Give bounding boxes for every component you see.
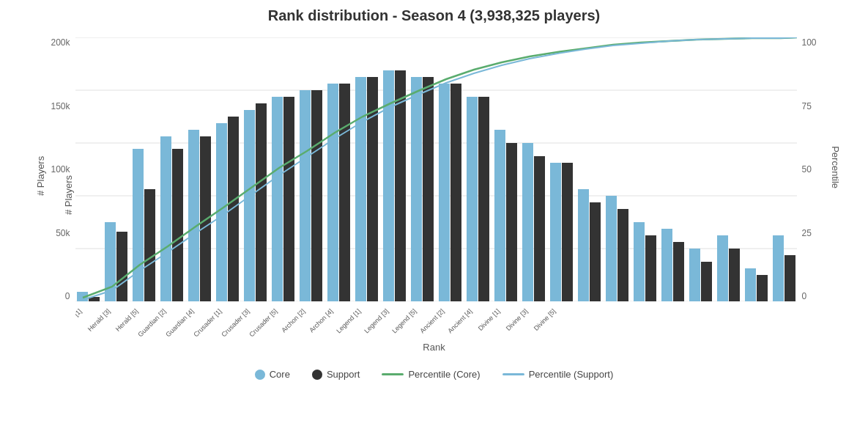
svg-rect-12 xyxy=(160,136,171,301)
svg-rect-54 xyxy=(745,268,756,301)
svg-text:Ancient [4]: Ancient [4] xyxy=(446,307,473,334)
svg-text:Crusader [5]: Crusader [5] xyxy=(248,307,278,338)
svg-rect-19 xyxy=(256,103,267,301)
chart-area: Herald [1] Herald [3] Herald [5] Guardia… xyxy=(75,37,797,301)
percentile-support-line-icon xyxy=(502,373,524,375)
svg-rect-39 xyxy=(534,156,545,301)
svg-text:Guardian [4]: Guardian [4] xyxy=(164,307,195,338)
svg-text:Archon [2]: Archon [2] xyxy=(280,307,306,334)
svg-rect-50 xyxy=(689,249,700,301)
y-right-50: 50 xyxy=(802,164,812,175)
y-right-100: 100 xyxy=(802,37,817,48)
svg-rect-56 xyxy=(773,235,784,301)
svg-rect-47 xyxy=(645,235,656,301)
svg-rect-33 xyxy=(450,84,461,301)
svg-text:Crusader [3]: Crusader [3] xyxy=(220,307,251,338)
svg-rect-10 xyxy=(133,149,144,301)
svg-rect-34 xyxy=(467,97,478,301)
svg-rect-17 xyxy=(228,117,239,301)
svg-text:Ancient [2]: Ancient [2] xyxy=(418,307,445,334)
legend-percentile-support: Percentile (Support) xyxy=(502,369,614,380)
svg-rect-45 xyxy=(617,209,628,301)
svg-rect-23 xyxy=(311,90,322,301)
svg-text:Legend [1]: Legend [1] xyxy=(335,307,362,334)
legend-percentile-core: Percentile (Core) xyxy=(382,369,480,380)
svg-rect-48 xyxy=(661,229,672,301)
chart-title: Rank distribution - Season 4 (3,938,325 … xyxy=(268,7,601,24)
svg-text:Divine [1]: Divine [1] xyxy=(476,307,501,332)
svg-rect-42 xyxy=(578,189,589,301)
svg-rect-31 xyxy=(423,77,434,301)
svg-text:Herald [5]: Herald [5] xyxy=(114,307,139,333)
percentile-support-label: Percentile (Support) xyxy=(529,369,614,380)
svg-rect-11 xyxy=(144,189,155,301)
svg-text:Herald [1]: Herald [1] xyxy=(75,307,83,333)
legend: Core Support Percentile (Core) Percentil… xyxy=(255,369,614,380)
svg-rect-32 xyxy=(439,84,450,301)
svg-rect-41 xyxy=(562,163,573,301)
core-label: Core xyxy=(270,369,290,380)
percentile-core-label: Percentile (Core) xyxy=(408,369,480,380)
svg-rect-21 xyxy=(283,97,294,301)
svg-rect-51 xyxy=(701,262,712,301)
y-axis-right-title: Percentile xyxy=(830,146,841,188)
svg-rect-37 xyxy=(506,143,517,301)
svg-rect-35 xyxy=(478,97,489,301)
svg-rect-38 xyxy=(522,143,533,301)
chart-container: 200k 150k 100k 50k 0 100 75 50 25 0 xyxy=(31,30,837,360)
svg-rect-36 xyxy=(494,130,505,301)
svg-rect-24 xyxy=(327,84,338,301)
svg-rect-55 xyxy=(757,275,768,301)
svg-text:Legend [5]: Legend [5] xyxy=(390,307,418,334)
svg-rect-14 xyxy=(188,130,199,301)
svg-text:Crusader [1]: Crusader [1] xyxy=(192,307,223,338)
svg-rect-40 xyxy=(550,163,561,301)
svg-rect-30 xyxy=(411,77,422,301)
legend-support: Support xyxy=(312,369,360,380)
svg-rect-43 xyxy=(590,202,601,301)
svg-rect-22 xyxy=(300,90,311,301)
core-circle-icon xyxy=(255,370,265,380)
svg-text:Divine [3]: Divine [3] xyxy=(504,307,529,332)
y-label-0: 0 xyxy=(65,291,70,301)
svg-rect-13 xyxy=(172,149,183,301)
y-label-200k: 200k xyxy=(51,37,70,48)
y-axis-left-title: # Players xyxy=(62,158,73,232)
y-right-0: 0 xyxy=(802,291,807,301)
support-label: Support xyxy=(327,369,360,380)
svg-text:Divine [5]: Divine [5] xyxy=(532,307,557,332)
support-circle-icon xyxy=(312,370,322,380)
svg-rect-18 xyxy=(244,110,255,301)
svg-text:Legend [3]: Legend [3] xyxy=(363,307,390,334)
svg-rect-25 xyxy=(339,84,350,301)
y-axis-left-title2: # Players xyxy=(34,156,45,196)
y-right-75: 75 xyxy=(802,101,812,111)
svg-rect-20 xyxy=(272,97,283,301)
svg-text:Guardian [2]: Guardian [2] xyxy=(136,307,167,338)
chart-svg xyxy=(75,37,797,301)
svg-rect-46 xyxy=(634,222,645,301)
y-right-25: 25 xyxy=(802,228,812,238)
svg-rect-44 xyxy=(606,196,617,301)
legend-core: Core xyxy=(255,369,290,380)
x-axis-title: Rank xyxy=(423,342,445,353)
svg-rect-49 xyxy=(673,242,684,301)
svg-text:Archon [4]: Archon [4] xyxy=(308,307,334,334)
svg-rect-26 xyxy=(355,77,366,301)
svg-rect-57 xyxy=(784,255,795,301)
svg-text:Herald [3]: Herald [3] xyxy=(86,307,111,333)
percentile-core-line-icon xyxy=(382,373,404,375)
y-label-150k: 150k xyxy=(51,101,70,111)
svg-rect-9 xyxy=(116,232,127,301)
svg-rect-52 xyxy=(717,235,728,301)
svg-rect-53 xyxy=(729,249,740,301)
